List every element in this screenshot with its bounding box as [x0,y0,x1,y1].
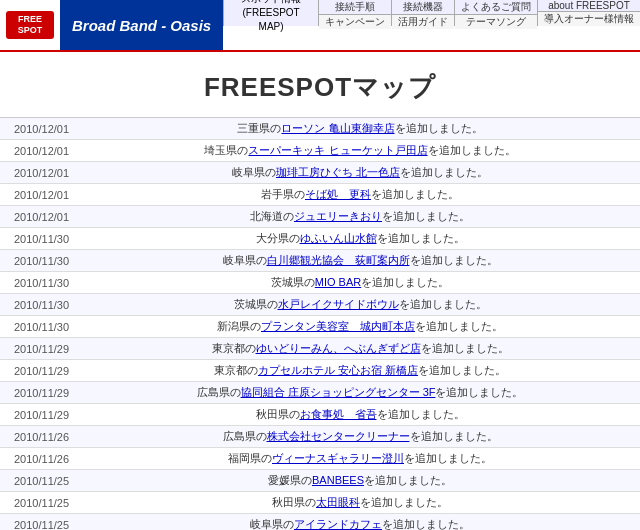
info-cell: 東京都のゆいどりーみん、へぶんぎずど店を追加しました。 [80,338,640,360]
nav-about[interactable]: about FREESPOT [538,0,640,12]
table-row: 2010/11/26福岡県のヴィーナスギャラリー澄川を追加しました。 [0,448,640,470]
entry-link[interactable]: ゆふいん山水館 [300,232,377,244]
date-cell: 2010/11/25 [0,514,80,531]
table-row: 2010/11/30大分県のゆふいん山水館を追加しました。 [0,228,640,250]
table-row: 2010/12/01岐阜県の珈琲工房ひぐち 北一色店を追加しました。 [0,162,640,184]
header: FREESPOT Broad Band - Oasis スポット情報 (FREE… [0,0,640,52]
nav-col-connection: 接続手順 キャンペーン [318,0,391,26]
entry-link[interactable]: プランタン美容室 城内町本店 [261,320,415,332]
entry-link[interactable]: ゆいどりーみん、へぶんぎずど店 [256,342,421,354]
date-cell: 2010/12/01 [0,184,80,206]
info-cell: 埼玉県のスーパーキッキ ヒューケット戸田店を追加しました。 [80,140,640,162]
entry-link[interactable]: 珈琲工房ひぐち 北一色店 [276,166,400,178]
info-cell: 愛媛県のBANBEESを追加しました。 [80,470,640,492]
date-cell: 2010/11/30 [0,250,80,272]
entries-tbody: 2010/12/01三重県のローソン 亀山東御幸店を追加しました。2010/12… [0,118,640,530]
entry-link[interactable]: 太田眼科 [316,496,360,508]
info-cell: 新潟県のプランタン美容室 城内町本店を追加しました。 [80,316,640,338]
date-cell: 2010/11/30 [0,228,80,250]
brand-area: Broad Band - Oasis [60,0,223,50]
nav-spot-info[interactable]: スポット情報 (FREESPOT MAP) [223,0,318,26]
nav-owner-info[interactable]: 導入オーナー様情報 [538,12,640,26]
info-cell: 広島県の協同組合 庄原ショッピングセンター 3Fを追加しました。 [80,382,640,404]
entry-link[interactable]: ヴィーナスギャラリー澄川 [272,452,404,464]
nav-spot-info-line2: (FREESPOT MAP) [232,6,310,34]
nav-col-faq: よくあるご質問 テーマソング [454,0,537,26]
table-row: 2010/11/30茨城県の水戸レイクサイドボウルを追加しました。 [0,294,640,316]
table-row: 2010/12/01北海道のジュエリーきおりを追加しました。 [0,206,640,228]
table-row: 2010/11/26広島県の株式会社センタークリーナーを追加しました。 [0,426,640,448]
nav-col-about: about FREESPOT 導入オーナー様情報 [537,0,640,26]
info-cell: 福岡県のヴィーナスギャラリー澄川を追加しました。 [80,448,640,470]
table-row: 2010/11/30新潟県のプランタン美容室 城内町本店を追加しました。 [0,316,640,338]
nav-area: スポット情報 (FREESPOT MAP) 接続手順 キャンペーン 接続機器 活… [223,0,640,50]
freespot-logo: FREESPOT [6,11,54,39]
table-row: 2010/11/29秋田県のお食事処 省吾を追加しました。 [0,404,640,426]
entry-link[interactable]: BANBEES [312,474,364,486]
date-cell: 2010/11/29 [0,338,80,360]
table-row: 2010/12/01三重県のローソン 亀山東御幸店を追加しました。 [0,118,640,140]
page-title: FREESPOTマップ [0,70,640,105]
nav-usage-guide[interactable]: 活用ガイド [392,15,454,29]
entry-link[interactable]: お食事処 省吾 [300,408,377,420]
nav-campaign[interactable]: キャンペーン [319,15,391,29]
entry-link[interactable]: そば処 更科 [305,188,371,200]
info-cell: 茨城県の水戸レイクサイドボウルを追加しました。 [80,294,640,316]
entry-link[interactable]: ジュエリーきおり [294,210,382,222]
info-cell: 北海道のジュエリーきおりを追加しました。 [80,206,640,228]
table-row: 2010/11/25秋田県の太田眼科を追加しました。 [0,492,640,514]
table-row: 2010/11/30岐阜県の白川郷観光協会 荻町案内所を追加しました。 [0,250,640,272]
entry-link[interactable]: 協同組合 庄原ショッピングセンター 3F [241,386,436,398]
info-cell: 秋田県の太田眼科を追加しました。 [80,492,640,514]
info-cell: 岐阜県の珈琲工房ひぐち 北一色店を追加しました。 [80,162,640,184]
info-cell: 岩手県のそば処 更科を追加しました。 [80,184,640,206]
info-cell: 茨城県のMIO BARを追加しました。 [80,272,640,294]
info-cell: 秋田県のお食事処 省吾を追加しました。 [80,404,640,426]
date-cell: 2010/11/30 [0,316,80,338]
table-row: 2010/11/29東京都のカプセルホテル 安心お宿 新橋店を追加しました。 [0,360,640,382]
table-row: 2010/12/01埼玉県のスーパーキッキ ヒューケット戸田店を追加しました。 [0,140,640,162]
info-cell: 三重県のローソン 亀山東御幸店を追加しました。 [80,118,640,140]
nav-devices[interactable]: 接続機器 [392,0,454,15]
page-title-area: FREESPOTマップ [0,52,640,118]
info-cell: 岐阜県のアイランドカフェを追加しました。 [80,514,640,531]
entry-link[interactable]: MIO BAR [315,276,361,288]
table-row: 2010/11/25岐阜県のアイランドカフェを追加しました。 [0,514,640,531]
date-cell: 2010/11/26 [0,448,80,470]
nav-connection-method[interactable]: 接続手順 [319,0,391,15]
date-cell: 2010/12/01 [0,206,80,228]
entries-table: 2010/12/01三重県のローソン 亀山東御幸店を追加しました。2010/12… [0,118,640,530]
date-cell: 2010/11/30 [0,294,80,316]
entry-link[interactable]: 白川郷観光協会 荻町案内所 [267,254,410,266]
entry-link[interactable]: ローソン 亀山東御幸店 [281,122,394,134]
entry-link[interactable]: 株式会社センタークリーナー [267,430,410,442]
entry-link[interactable]: スーパーキッキ ヒューケット戸田店 [248,144,427,156]
date-cell: 2010/11/26 [0,426,80,448]
info-cell: 東京都のカプセルホテル 安心お宿 新橋店を追加しました。 [80,360,640,382]
date-cell: 2010/11/29 [0,382,80,404]
table-row: 2010/12/01岩手県のそば処 更科を追加しました。 [0,184,640,206]
table-row: 2010/11/30茨城県のMIO BARを追加しました。 [0,272,640,294]
date-cell: 2010/11/30 [0,272,80,294]
date-cell: 2010/11/29 [0,404,80,426]
date-cell: 2010/12/01 [0,162,80,184]
nav-col-devices: 接続機器 活用ガイド [391,0,454,26]
date-cell: 2010/11/29 [0,360,80,382]
nav-faq[interactable]: よくあるご質問 [455,0,537,15]
date-cell: 2010/11/25 [0,470,80,492]
date-cell: 2010/12/01 [0,140,80,162]
date-cell: 2010/11/25 [0,492,80,514]
table-row: 2010/11/29東京都のゆいどりーみん、へぶんぎずど店を追加しました。 [0,338,640,360]
info-cell: 岐阜県の白川郷観光協会 荻町案内所を追加しました。 [80,250,640,272]
nav-row-top: スポット情報 (FREESPOT MAP) 接続手順 キャンペーン 接続機器 活… [223,0,640,26]
brand-text: Broad Band - Oasis [72,17,211,34]
nav-theme-song[interactable]: テーマソング [455,15,537,29]
info-cell: 広島県の株式会社センタークリーナーを追加しました。 [80,426,640,448]
entry-link[interactable]: カプセルホテル 安心お宿 新橋店 [258,364,418,376]
logo-area: FREESPOT [0,0,60,50]
entry-link[interactable]: アイランドカフェ [294,518,382,530]
entry-link[interactable]: 水戸レイクサイドボウル [278,298,399,310]
info-cell: 大分県のゆふいん山水館を追加しました。 [80,228,640,250]
table-row: 2010/11/25愛媛県のBANBEESを追加しました。 [0,470,640,492]
table-row: 2010/11/29広島県の協同組合 庄原ショッピングセンター 3Fを追加しまし… [0,382,640,404]
